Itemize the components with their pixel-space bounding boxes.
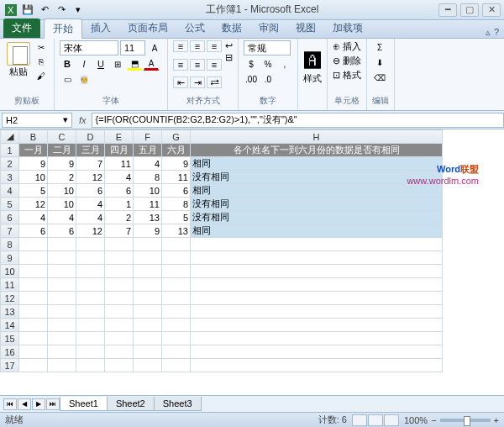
tab-insert[interactable]: 插入 [82, 18, 119, 38]
cell[interactable]: 9 [48, 157, 76, 171]
currency-icon[interactable]: $ [244, 57, 259, 71]
number-format-select[interactable]: 常规 [244, 40, 291, 55]
select-all[interactable]: ◢ [1, 130, 19, 144]
row-header[interactable]: 2 [1, 157, 19, 171]
merge-icon[interactable]: ⊟ [225, 52, 233, 63]
cell[interactable]: 12 [76, 224, 105, 238]
cell[interactable] [162, 251, 191, 265]
view-normal-icon[interactable] [352, 414, 367, 426]
col-header[interactable]: B [19, 130, 48, 144]
clear-icon[interactable]: ⌫ [372, 71, 387, 84]
cell[interactable]: 12 [76, 171, 105, 184]
cell[interactable]: 11 [105, 157, 134, 171]
row-header[interactable]: 4 [1, 184, 19, 198]
cell[interactable] [105, 345, 134, 359]
zoom-out-icon[interactable]: − [431, 415, 436, 425]
cell[interactable] [105, 278, 134, 292]
col-header[interactable]: D [76, 130, 105, 144]
cell[interactable] [19, 332, 48, 345]
view-layout-icon[interactable] [368, 414, 383, 426]
cell[interactable]: 8 [162, 198, 191, 211]
cell[interactable]: 1 [105, 198, 134, 211]
cell[interactable] [134, 265, 162, 278]
col-header[interactable]: E [105, 130, 134, 144]
increase-decimal-icon[interactable]: .00 [244, 72, 259, 86]
cell[interactable]: 7 [105, 224, 134, 238]
cell[interactable] [76, 345, 105, 359]
cell[interactable]: 6 [19, 224, 48, 238]
tab-view[interactable]: 视图 [287, 18, 324, 38]
cell[interactable] [76, 319, 105, 332]
cell[interactable] [191, 319, 443, 332]
font-color-icon[interactable]: A [144, 57, 159, 71]
cell[interactable]: 6 [76, 184, 105, 198]
cell[interactable]: 6 [48, 224, 76, 238]
row-header[interactable]: 6 [1, 211, 19, 224]
cell[interactable]: 6 [162, 184, 191, 198]
sheet-tab[interactable]: Sheet1 [60, 397, 108, 411]
cell[interactable]: 4 [76, 211, 105, 224]
cell[interactable] [162, 332, 191, 345]
cell[interactable] [162, 305, 191, 319]
cell[interactable] [134, 278, 162, 292]
tab-nav-last[interactable]: ⏭ [46, 398, 60, 410]
cell[interactable] [76, 278, 105, 292]
font-name-select[interactable]: 宋体 [60, 40, 118, 55]
minimize-button[interactable]: ━ [438, 3, 457, 17]
border-bottom-icon[interactable]: ▭ [60, 72, 75, 86]
cell[interactable] [134, 359, 162, 372]
cell[interactable]: 7 [76, 157, 105, 171]
cell[interactable] [76, 251, 105, 265]
cell-selected[interactable]: 相同 [191, 224, 443, 238]
bold-button[interactable]: B [60, 57, 75, 71]
cell[interactable] [105, 305, 134, 319]
cell[interactable] [105, 238, 134, 251]
cell[interactable]: 2 [105, 211, 134, 224]
cell[interactable]: 11 [134, 198, 162, 211]
cell[interactable]: 13 [134, 211, 162, 224]
cell[interactable] [19, 238, 48, 251]
formula-input[interactable]: {=IF(OR(COUNTIF(B2:G2,B2:G2)>1),"","没有")… [92, 113, 504, 128]
cell[interactable] [19, 319, 48, 332]
qat-more-icon[interactable]: ▾ [71, 3, 86, 18]
close-button[interactable]: ✕ [482, 3, 501, 17]
cell[interactable] [191, 251, 443, 265]
tab-addins[interactable]: 加载项 [324, 18, 371, 38]
copy-icon[interactable]: ⎘ [34, 55, 49, 68]
header-cell[interactable]: 各个姓名下一到六月份的数据是否有相同 [191, 144, 443, 157]
cell[interactable] [48, 292, 76, 305]
styles-icon[interactable]: 🅰 [304, 51, 321, 71]
cell[interactable] [48, 332, 76, 345]
cell[interactable] [191, 305, 443, 319]
header-cell[interactable]: 二月 [48, 144, 76, 157]
font-size-select[interactable]: 11 [120, 40, 145, 55]
cell[interactable]: 9 [134, 224, 162, 238]
cell-selected[interactable]: 没有相同 [191, 211, 443, 224]
cell[interactable]: 9 [19, 157, 48, 171]
cell[interactable] [19, 359, 48, 372]
cell[interactable] [48, 278, 76, 292]
decrease-decimal-icon[interactable]: .0 [260, 72, 276, 86]
cell[interactable]: 5 [162, 211, 191, 224]
comma-icon[interactable]: , [277, 57, 292, 71]
cell[interactable] [19, 292, 48, 305]
cell[interactable] [48, 305, 76, 319]
insert-cells-button[interactable]: ⊕ 插入 [333, 40, 361, 53]
cell[interactable]: 4 [76, 198, 105, 211]
cell[interactable] [48, 251, 76, 265]
tab-layout[interactable]: 页面布局 [119, 18, 176, 38]
cell[interactable] [48, 359, 76, 372]
zoom-in-icon[interactable]: + [494, 415, 499, 425]
cell[interactable] [105, 292, 134, 305]
format-cells-button[interactable]: ⊡ 格式 [333, 69, 361, 82]
cell[interactable] [76, 359, 105, 372]
tab-file[interactable]: 文件 [3, 18, 40, 38]
excel-icon[interactable]: X [3, 3, 18, 18]
cell[interactable] [191, 359, 443, 372]
row-header[interactable]: 11 [1, 278, 19, 292]
cell[interactable] [48, 345, 76, 359]
name-box[interactable]: H2▾ [2, 113, 72, 128]
wrap-text-icon[interactable]: ↩ [225, 40, 233, 51]
cell[interactable]: 6 [105, 184, 134, 198]
cell[interactable] [19, 251, 48, 265]
